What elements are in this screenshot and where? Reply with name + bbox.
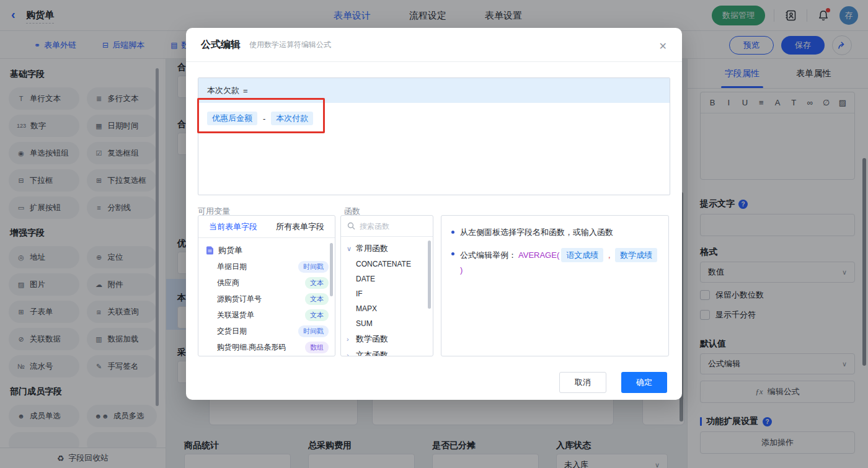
function-group-label: 数学函数	[356, 333, 388, 345]
function-group-row[interactable]: ›文本函数	[341, 347, 433, 356]
tip-text: 从左侧面板选择字段名和函数，或输入函数	[460, 226, 613, 239]
variables-tabs: 当前表单字段 所有表单字段	[198, 216, 335, 238]
variable-row[interactable]: 关联退货单文本	[198, 307, 335, 323]
variable-row[interactable]: 单据日期时间戳	[198, 258, 335, 275]
variable-type-badge: 文本	[305, 309, 329, 321]
formula-field-chip[interactable]: 本次付款	[271, 112, 313, 125]
function-search-input[interactable]	[360, 222, 418, 231]
function-item[interactable]: MAPX	[341, 301, 433, 316]
functions-list: ∨常用函数CONCATENATEDATEIFMAPXSUM›数学函数›文本函数	[341, 237, 433, 356]
variable-type-badge: 时间戳	[298, 325, 329, 337]
variables-list: 购货单单据日期时间戳供应商文本源购货订单号文本关联退货单文本交货日期时间戳购货明…	[198, 238, 335, 356]
modal-title: 公式编辑	[201, 38, 241, 51]
document-icon	[206, 246, 214, 255]
variable-row[interactable]: 供应商文本	[198, 275, 335, 291]
bullet-icon	[451, 231, 454, 234]
form-designer-app: ‹ 购货单 表单设计流程设定表单设置 数据管理 存 ⚭表单外链⊟后端脚本▤数据权…	[0, 0, 868, 468]
search-icon	[347, 222, 355, 230]
chevron-right-icon: ›	[347, 335, 352, 343]
variable-name: 单据日期	[217, 262, 247, 272]
modal-header: 公式编辑 使用数学运算符编辑公式 ✕	[186, 28, 682, 62]
variable-name: 购货明细.商品条形码	[217, 342, 286, 353]
variable-row[interactable]: 交货日期时间戳	[198, 323, 335, 339]
variables-form-name: 购货单	[218, 245, 242, 256]
variable-row[interactable]: 购货明细.商品条形码数组	[198, 339, 335, 355]
variables-box: 当前表单字段 所有表单字段 购货单单据日期时间戳供应商文本源购货订单号文本关联退…	[198, 215, 335, 356]
function-group-row[interactable]: ›数学函数	[341, 331, 433, 347]
formula-operator: -	[263, 114, 265, 123]
variable-name: 供应商	[217, 278, 239, 288]
tip-item: 公式编辑举例：AVERAGE(语文成绩，数学成绩)	[451, 248, 658, 276]
function-search	[341, 216, 433, 237]
variable-type-badge: 文本	[305, 293, 329, 305]
function-item[interactable]: CONCATENATE	[341, 257, 433, 272]
functions-box: ∨常用函数CONCATENATEDATEIFMAPXSUM›数学函数›文本函数	[340, 215, 433, 356]
chevron-down-icon: ∨	[347, 245, 352, 253]
variable-row[interactable]: 数组	[198, 355, 335, 356]
confirm-button[interactable]: 确定	[621, 372, 667, 393]
example-field-chip: 语文成绩	[561, 248, 603, 263]
function-group-row[interactable]: ∨常用函数	[341, 241, 433, 257]
variable-type-badge: 数组	[305, 342, 329, 353]
function-name-text: )	[460, 264, 463, 276]
tab-all-form-fields[interactable]: 所有表单字段	[276, 221, 324, 232]
formula-equals: =	[243, 86, 248, 95]
tab-current-form-fields[interactable]: 当前表单字段	[209, 221, 257, 232]
function-item[interactable]: IF	[341, 286, 433, 301]
variables-form-row[interactable]: 购货单	[198, 242, 335, 258]
formula-edit-modal: 公式编辑 使用数学运算符编辑公式 ✕ 本次欠款 = 优惠后金额-本次付款 可用变…	[186, 28, 682, 400]
variable-row[interactable]: 源购货订单号文本	[198, 291, 335, 307]
formula-tokens[interactable]: 优惠后金额-本次付款	[198, 103, 670, 134]
variable-name: 交货日期	[217, 326, 247, 337]
function-name-text: AVERAGE(	[518, 249, 559, 262]
tip-text: 公式编辑举例：	[460, 249, 516, 262]
chevron-right-icon: ›	[347, 351, 352, 356]
example-field-chip: 数学成绩	[615, 248, 657, 263]
function-group-label: 常用函数	[356, 243, 388, 254]
function-item[interactable]: DATE	[341, 272, 433, 286]
formula-target: 本次欠款	[207, 85, 239, 96]
variable-name: 关联退货单	[217, 310, 254, 320]
variable-name: 源购货订单号	[217, 294, 262, 304]
variable-type-badge: 时间戳	[298, 261, 329, 273]
cancel-button[interactable]: 取消	[559, 372, 606, 393]
bullet-icon	[451, 252, 454, 255]
formula-field-chip[interactable]: 优惠后金额	[207, 112, 257, 125]
formula-editor[interactable]: 本次欠款 = 优惠后金额-本次付款	[198, 77, 670, 195]
close-icon[interactable]: ✕	[659, 40, 667, 52]
formula-target-row: 本次欠款 =	[198, 78, 670, 103]
function-group-label: 文本函数	[356, 350, 388, 356]
functions-scrollbar[interactable]	[428, 241, 431, 309]
function-item[interactable]: SUM	[341, 316, 433, 331]
variable-type-badge: 文本	[305, 277, 329, 289]
tips-box: 从左侧面板选择字段名和函数，或输入函数公式编辑举例：AVERAGE(语文成绩，数…	[441, 215, 669, 356]
tip-text: ，	[605, 249, 613, 262]
variables-scrollbar[interactable]	[330, 243, 333, 296]
modal-subtitle: 使用数学运算符编辑公式	[249, 40, 331, 50]
tip-item: 从左侧面板选择字段名和函数，或输入函数	[451, 226, 658, 239]
modal-footer: 取消 确定	[559, 372, 667, 393]
